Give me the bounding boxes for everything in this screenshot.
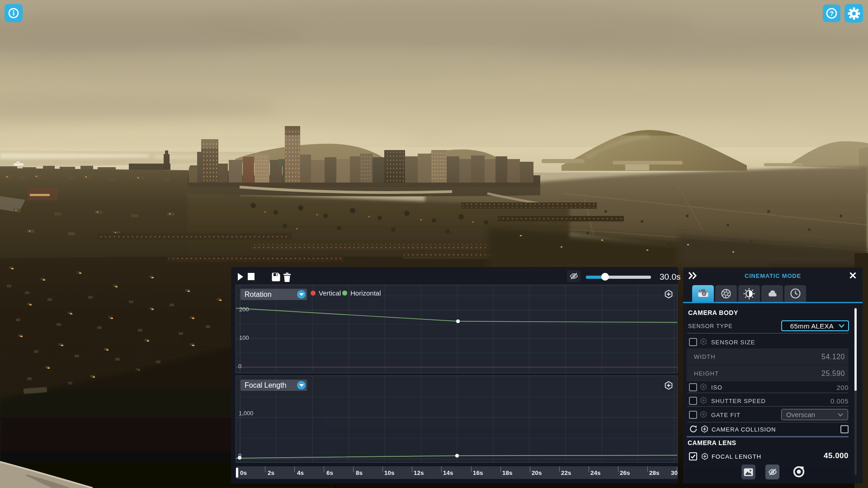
svg-text:?: ? [830,9,834,17]
